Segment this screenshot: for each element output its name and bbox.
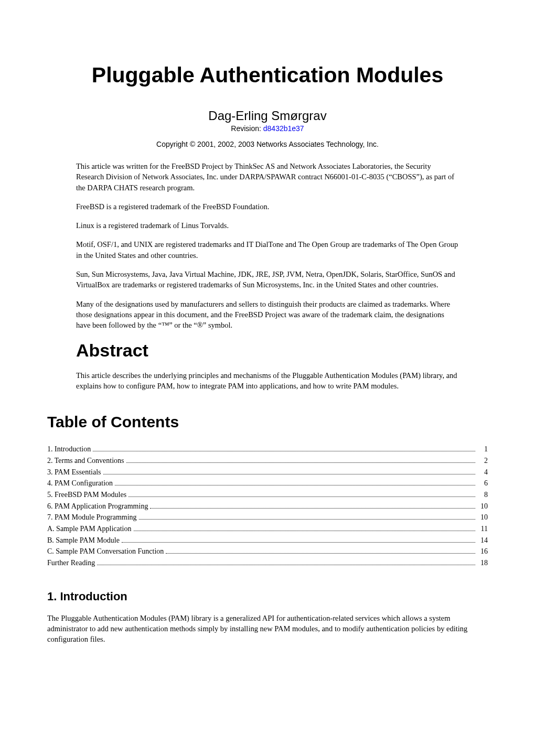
toc-leader-dots — [166, 553, 475, 554]
legal-notices: This article was written for the FreeBSD… — [47, 161, 488, 331]
toc-entry[interactable]: 7. PAM Module Programming 10 — [47, 512, 488, 523]
toc-entry[interactable]: 3. PAM Essentials 4 — [47, 467, 488, 478]
toc-leader-dots — [129, 496, 475, 497]
revision-link[interactable]: d8432b1e37 — [263, 124, 304, 133]
toc-label: Further Reading — [47, 557, 95, 569]
toc-page-number: 11 — [477, 523, 488, 535]
copyright-line: Copyright © 2001, 2002, 2003 Networks As… — [47, 140, 488, 148]
section-introduction-text: The Pluggable Authentication Modules (PA… — [47, 613, 488, 645]
section-introduction-heading: 1. Introduction — [47, 590, 488, 603]
toc-entry[interactable]: C. Sample PAM Conversation Function 16 — [47, 546, 488, 557]
toc-leader-dots — [134, 531, 476, 531]
toc-entry[interactable]: A. Sample PAM Application 11 — [47, 523, 488, 535]
toc-page-number: 10 — [477, 512, 488, 523]
toc-page-number: 16 — [477, 546, 488, 557]
abstract-text: This article describes the underlying pr… — [47, 370, 488, 392]
toc-heading: Table of Contents — [47, 413, 488, 431]
notice-paragraph: FreeBSD is a registered trademark of the… — [76, 201, 459, 212]
table-of-contents: 1. Introduction 1 2. Terms and Conventio… — [47, 444, 488, 569]
document-title: Pluggable Authentication Modules — [47, 63, 488, 88]
toc-label: 5. FreeBSD PAM Modules — [47, 489, 126, 501]
toc-entry[interactable]: 2. Terms and Conventions 2 — [47, 455, 488, 467]
revision-label: Revision: — [231, 124, 263, 133]
notice-paragraph: Linux is a registered trademark of Linus… — [76, 220, 459, 231]
toc-leader-dots — [126, 462, 475, 463]
toc-page-number: 1 — [477, 444, 488, 455]
toc-leader-dots — [97, 565, 475, 565]
toc-leader-dots — [115, 485, 475, 485]
toc-label: B. Sample PAM Module — [47, 535, 120, 546]
toc-leader-dots — [103, 474, 475, 474]
toc-entry[interactable]: B. Sample PAM Module 14 — [47, 535, 488, 546]
author-name: Dag-Erling Smørgrav — [47, 109, 488, 123]
toc-page-number: 18 — [477, 557, 488, 569]
toc-page-number: 2 — [477, 455, 488, 467]
notice-paragraph: Motif, OSF/1, and UNIX are registered tr… — [76, 239, 459, 261]
toc-entry[interactable]: 5. FreeBSD PAM Modules 8 — [47, 489, 488, 501]
toc-entry[interactable]: Further Reading 18 — [47, 557, 488, 569]
toc-page-number: 6 — [477, 478, 488, 489]
toc-leader-dots — [122, 542, 475, 543]
toc-entry[interactable]: 4. PAM Configuration 6 — [47, 478, 488, 489]
revision-line: Revision: d8432b1e37 — [47, 124, 488, 133]
toc-entry[interactable]: 1. Introduction 1 — [47, 444, 488, 455]
toc-label: 7. PAM Module Programming — [47, 512, 137, 523]
toc-leader-dots — [139, 519, 475, 520]
toc-page-number: 8 — [477, 489, 488, 501]
toc-label: 6. PAM Application Programming — [47, 501, 148, 512]
toc-label: 4. PAM Configuration — [47, 478, 113, 489]
abstract-heading: Abstract — [47, 340, 488, 361]
notice-paragraph: Sun, Sun Microsystems, Java, Java Virtua… — [76, 269, 459, 290]
notice-paragraph: Many of the designations used by manufac… — [76, 299, 459, 331]
toc-label: 3. PAM Essentials — [47, 467, 101, 478]
toc-label: 2. Terms and Conventions — [47, 455, 124, 467]
toc-label: C. Sample PAM Conversation Function — [47, 546, 164, 557]
toc-page-number: 4 — [477, 467, 488, 478]
toc-page-number: 10 — [477, 501, 488, 512]
toc-entry[interactable]: 6. PAM Application Programming 10 — [47, 501, 488, 512]
toc-leader-dots — [93, 451, 475, 451]
toc-leader-dots — [150, 508, 475, 509]
toc-page-number: 14 — [477, 535, 488, 546]
notice-paragraph: This article was written for the FreeBSD… — [76, 161, 459, 193]
toc-label: 1. Introduction — [47, 444, 91, 455]
toc-label: A. Sample PAM Application — [47, 523, 132, 535]
